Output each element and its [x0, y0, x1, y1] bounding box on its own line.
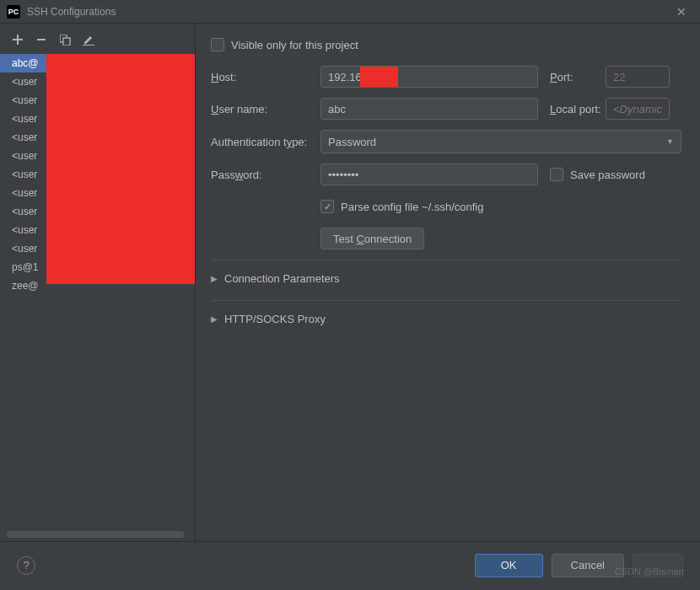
visible-only-label: Visible only for this project	[231, 39, 358, 51]
connection-params-expander[interactable]: ▶ Connection Parameters	[211, 266, 681, 292]
separator	[211, 300, 681, 301]
test-connection-button[interactable]: Test Connection	[320, 228, 424, 249]
username-row: User name: Local port:	[211, 98, 681, 120]
connection-params-label: Connection Parameters	[224, 272, 340, 285]
form-panel: Visible only for this project Host: Port…	[196, 24, 700, 541]
username-label: User name:	[211, 103, 320, 115]
chevron-right-icon: ▶	[211, 314, 218, 324]
svg-rect-2	[63, 38, 70, 46]
sidebar-toolbar	[0, 30, 195, 54]
main-area: abc@ <user <user <user <user <user <user…	[0, 24, 700, 541]
cancel-button[interactable]: Cancel	[552, 554, 624, 577]
visible-only-checkbox[interactable]	[211, 38, 224, 51]
username-input[interactable]	[320, 98, 538, 120]
disabled-button	[633, 554, 683, 577]
edit-icon[interactable]	[83, 34, 94, 46]
auth-type-select[interactable]: Password ▼	[320, 130, 681, 153]
window-title: SSH Configurations	[27, 6, 670, 18]
password-input[interactable]	[320, 164, 538, 185]
sidebar: abc@ <user <user <user <user <user <user…	[0, 24, 196, 541]
titlebar: PC SSH Configurations ✕	[0, 0, 700, 24]
host-input[interactable]	[320, 66, 538, 88]
app-icon: PC	[7, 5, 20, 19]
port-input[interactable]	[606, 66, 670, 88]
auth-type-value: Password	[328, 136, 376, 148]
password-label: Password:	[211, 169, 320, 181]
parse-config-checkbox[interactable]	[320, 200, 334, 213]
port-label: Port:	[538, 71, 606, 83]
help-button[interactable]: ?	[17, 556, 35, 575]
remove-icon[interactable]	[35, 34, 47, 46]
close-icon[interactable]: ✕	[670, 0, 693, 24]
visible-only-row: Visible only for this project	[211, 34, 681, 56]
auth-type-row: Authentication type: Password ▼	[211, 130, 681, 153]
parse-config-label: Parse config file ~/.ssh/config	[341, 201, 483, 213]
save-password-checkbox[interactable]	[550, 168, 563, 181]
local-port-label: Local port:	[538, 103, 606, 115]
proxy-label: HTTP/SOCKS Proxy	[224, 313, 326, 325]
redaction-overlay	[46, 54, 195, 284]
local-port-input[interactable]	[606, 98, 670, 120]
add-icon[interactable]	[12, 34, 24, 46]
footer: ? OK Cancel	[0, 541, 700, 588]
host-row: Host: Port:	[211, 66, 681, 88]
proxy-expander[interactable]: ▶ HTTP/SOCKS Proxy	[211, 306, 681, 332]
host-label: Host:	[211, 71, 320, 83]
svg-rect-0	[37, 39, 46, 40]
save-password-label: Save password	[570, 169, 645, 181]
chevron-right-icon: ▶	[211, 274, 218, 283]
test-connection-row: Test Connection	[320, 228, 681, 249]
host-redaction	[360, 67, 398, 87]
separator	[211, 260, 681, 260]
horizontal-scrollbar[interactable]	[7, 531, 184, 538]
chevron-down-icon: ▼	[666, 137, 674, 146]
parse-config-row: Parse config file ~/.ssh/config	[320, 196, 681, 217]
password-row: Password: Save password	[211, 164, 681, 185]
config-list: abc@ <user <user <user <user <user <user…	[0, 54, 195, 531]
auth-type-label: Authentication type:	[211, 136, 320, 148]
copy-icon[interactable]	[59, 34, 71, 46]
ok-button[interactable]: OK	[475, 554, 543, 577]
indent-block: Parse config file ~/.ssh/config Test Con…	[320, 196, 681, 249]
